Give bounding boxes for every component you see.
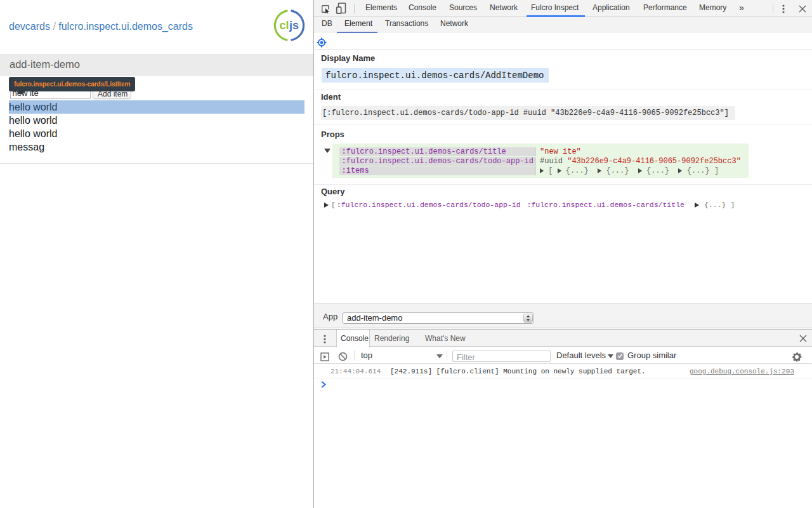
- svg-text:cl: cl: [280, 19, 289, 32]
- svg-text:js: js: [289, 19, 299, 32]
